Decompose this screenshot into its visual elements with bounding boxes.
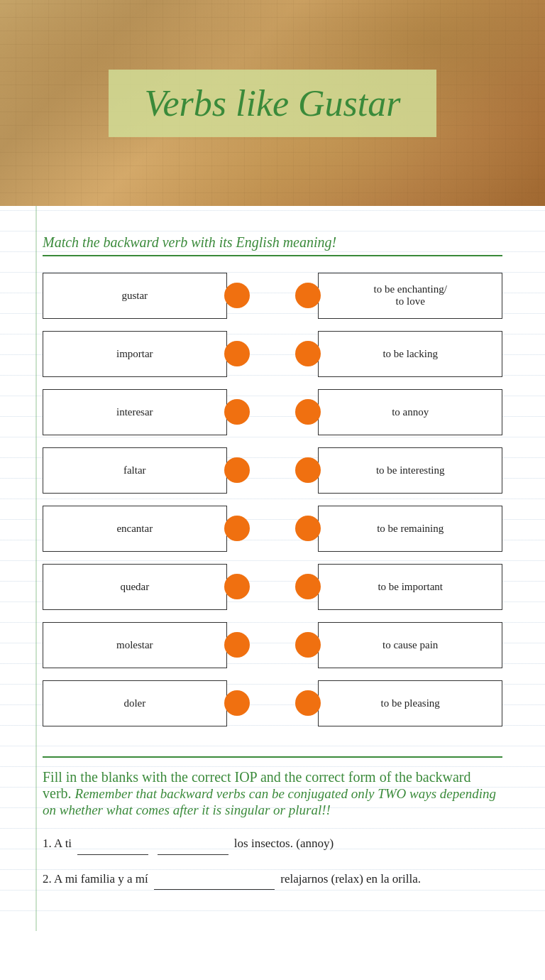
list-item: faltar [43,445,250,495]
exercise-number: 1. A ti [43,837,75,850]
meaning-box-pleasing[interactable]: to be pleasing [318,680,502,726]
right-column: to be enchanting/to love to be lacking t… [295,271,502,728]
verb-box-importar[interactable]: importar [43,331,227,377]
connector-dot[interactable] [295,457,321,483]
meaning-box-enchanting[interactable]: to be enchanting/to love [318,273,502,319]
connector-dot[interactable] [295,341,321,366]
exercise-2: 2. A mi familia y a mí relajarnos (relax… [43,868,502,891]
header-banner: Verbs like Gustar [0,0,545,206]
meaning-box-remaining[interactable]: to be remaining [318,506,502,552]
exercise-suffix-1: los insectos. (annoy) [234,837,334,850]
connector-dot[interactable] [224,632,250,658]
list-item: to be pleasing [295,678,502,728]
list-item: to be important [295,562,502,611]
exercise-suffix-2: relajarnos (relax) en la orilla. [280,872,421,886]
exercise-number: 2. A mi familia y a mí [43,872,151,886]
blank-verb-1[interactable] [158,832,229,855]
main-content: Match the backward verb with its English… [0,206,545,931]
connector-dot[interactable] [224,283,250,308]
left-column: gustar importar interesar faltar encanta… [43,271,250,728]
meaning-box-interesting[interactable]: to be interesting [318,447,502,494]
matching-area: gustar importar interesar faltar encanta… [43,271,502,728]
connector-dot[interactable] [295,690,321,716]
list-item: to cause pain [295,620,502,670]
meaning-box-important[interactable]: to be important [318,564,502,610]
list-item: to be interesting [295,445,502,495]
verb-box-doler[interactable]: doler [43,680,227,726]
blank-iop-1[interactable] [77,832,148,855]
list-item: interesar [43,387,250,437]
verb-box-interesar[interactable]: interesar [43,389,227,435]
list-item: importar [43,329,250,379]
meaning-box-lacking[interactable]: to be lacking [318,331,502,377]
blank-verb-2[interactable] [154,868,275,891]
connector-dot[interactable] [224,574,250,599]
connector-dot[interactable] [295,632,321,658]
section1-title: Match the backward verb with its English… [43,234,502,256]
verb-box-gustar[interactable]: gustar [43,273,227,319]
connector-dot[interactable] [224,341,250,366]
meaning-box-annoy[interactable]: to annoy [318,389,502,435]
connector-dot[interactable] [295,574,321,599]
exercise-1: 1. A ti los insectos. (annoy) [43,832,502,855]
verb-box-quedar[interactable]: quedar [43,564,227,610]
connector-dot[interactable] [295,283,321,308]
list-item: to be enchanting/to love [295,271,502,320]
page-title: Verbs like Gustar [144,82,400,124]
connector-dot[interactable] [224,457,250,483]
list-item: encantar [43,503,250,553]
connector-dot[interactable] [224,690,250,716]
verb-box-faltar[interactable]: faltar [43,447,227,494]
section2-instructions: Fill in the blanks with the correct IOP … [43,769,502,818]
meaning-box-pain[interactable]: to cause pain [318,622,502,668]
list-item: quedar [43,562,250,611]
verb-box-encantar[interactable]: encantar [43,506,227,552]
connector-dot[interactable] [224,399,250,425]
connector-dot[interactable] [295,399,321,425]
list-item: doler [43,678,250,728]
list-item: molestar [43,620,250,670]
list-item: to annoy [295,387,502,437]
connector-dot[interactable] [224,516,250,541]
list-item: to be lacking [295,329,502,379]
instruction-italic: Remember that backward verbs can be conj… [43,786,496,817]
connector-dot[interactable] [295,516,321,541]
title-box: Verbs like Gustar [109,70,436,137]
list-item: to be remaining [295,503,502,553]
section2: Fill in the blanks with the correct IOP … [43,756,502,890]
list-item: gustar [43,271,250,320]
exercises: 1. A ti los insectos. (annoy) 2. A mi fa… [43,832,502,890]
verb-box-molestar[interactable]: molestar [43,622,227,668]
